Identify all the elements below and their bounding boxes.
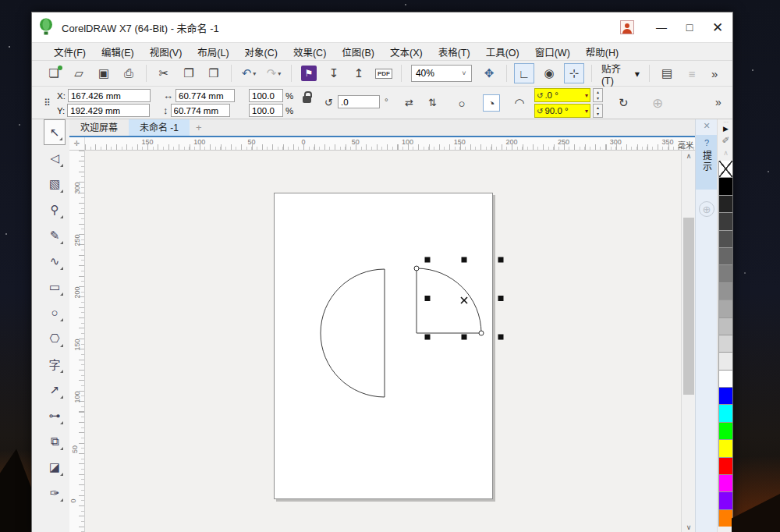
semicircle-shape[interactable] bbox=[321, 269, 385, 397]
color-swatch[interactable] bbox=[718, 282, 732, 300]
ellipse-tool[interactable]: ○ bbox=[44, 300, 66, 325]
account-icon[interactable] bbox=[620, 20, 634, 34]
transparency-tool[interactable]: ◪ bbox=[44, 454, 66, 480]
connector-tool[interactable]: ⊶ bbox=[44, 403, 66, 428]
lock-ratio-icon[interactable] bbox=[303, 90, 311, 103]
new-document-icon[interactable]: ❏ bbox=[44, 63, 64, 83]
toolbar-overflow-button[interactable]: » bbox=[704, 63, 725, 83]
color-swatch[interactable] bbox=[718, 474, 732, 492]
polygon-tool[interactable]: ⎔ bbox=[44, 325, 66, 351]
color-swatch[interactable] bbox=[718, 439, 732, 457]
rotation-angle-field[interactable] bbox=[338, 95, 380, 108]
rectangle-tool[interactable]: ▭ bbox=[44, 274, 66, 300]
color-swatch[interactable] bbox=[718, 195, 732, 213]
application-launcher-icon[interactable]: ≡ bbox=[682, 63, 702, 83]
menu-item[interactable]: 编辑(E) bbox=[94, 42, 142, 62]
color-swatch[interactable] bbox=[718, 300, 732, 317]
scroll-up-icon[interactable]: ∧ bbox=[682, 151, 696, 161]
color-eyedropper-tool[interactable]: ✑ bbox=[44, 480, 66, 505]
menu-item[interactable]: 文件(F) bbox=[46, 42, 94, 62]
undo-button[interactable]: ↶▾ bbox=[239, 63, 259, 83]
text-tool[interactable]: 字 bbox=[44, 351, 66, 377]
zoom-combo-caret-icon[interactable]: ˅ bbox=[457, 69, 471, 77]
ellipse-mode-button[interactable]: ○ bbox=[453, 94, 470, 112]
color-swatch[interactable] bbox=[718, 370, 732, 388]
redo-button[interactable]: ↷▾ bbox=[264, 63, 284, 83]
color-swatch[interactable] bbox=[718, 387, 732, 405]
dimension-tool[interactable]: ↗ bbox=[44, 377, 66, 403]
color-swatch[interactable] bbox=[718, 230, 732, 248]
pie-start-angle-field[interactable]: ↺ .0 ° ▾ bbox=[534, 88, 590, 102]
color-swatch[interactable] bbox=[718, 352, 732, 370]
options-icon[interactable]: ▤ bbox=[657, 63, 677, 83]
import-icon[interactable]: ↧ bbox=[324, 63, 344, 83]
zoom-tool[interactable]: ⚲ bbox=[44, 197, 66, 222]
tab-welcome-screen[interactable]: 欢迎屏幕 bbox=[69, 119, 129, 136]
show-grid-icon[interactable]: ◉ bbox=[539, 63, 559, 83]
x-position-field[interactable] bbox=[68, 89, 151, 102]
palette-flyout-icon[interactable]: ▶ bbox=[723, 125, 729, 135]
add-property-icon[interactable]: ⊕ bbox=[652, 95, 663, 112]
menu-item[interactable]: 布局(L) bbox=[190, 42, 236, 62]
mirror-horizontal-icon[interactable]: ⇄ bbox=[405, 97, 413, 108]
menu-item[interactable]: 对象(C) bbox=[237, 42, 285, 62]
menu-item[interactable]: 工具(O) bbox=[478, 42, 527, 62]
menu-item[interactable]: 位图(B) bbox=[334, 42, 382, 62]
maximize-button[interactable]: □ bbox=[678, 16, 701, 39]
ruler-origin[interactable]: ✛ bbox=[69, 137, 85, 151]
redo-dropdown-icon[interactable]: ▾ bbox=[278, 70, 281, 77]
color-swatch[interactable] bbox=[718, 422, 732, 440]
pick-tool[interactable]: ↖ bbox=[44, 119, 66, 145]
close-button[interactable]: ✕ bbox=[706, 16, 729, 39]
tab-untitled-document[interactable]: 未命名 -1 bbox=[129, 119, 190, 136]
drop-shadow-tool[interactable]: ⧉ bbox=[44, 428, 66, 454]
color-swatch[interactable] bbox=[718, 212, 732, 230]
hints-docker-tab[interactable]: ? 提示 bbox=[696, 135, 718, 190]
pie-start-node[interactable] bbox=[414, 266, 419, 271]
object-height-field[interactable] bbox=[171, 104, 230, 117]
artistic-media-tool[interactable]: ∿ bbox=[44, 248, 66, 274]
scale-h-field[interactable] bbox=[249, 89, 283, 102]
save-icon[interactable]: ▣ bbox=[94, 63, 114, 83]
show-guidelines-icon[interactable]: ⊹ bbox=[564, 63, 584, 83]
menu-item[interactable]: 文本(X) bbox=[382, 42, 431, 62]
color-swatch[interactable] bbox=[718, 177, 732, 195]
mirror-vertical-icon[interactable]: ⇅ bbox=[428, 97, 437, 108]
menu-item[interactable]: 帮助(H) bbox=[578, 42, 626, 62]
palette-scroll-up-icon[interactable]: ∧ bbox=[723, 149, 729, 161]
color-swatch[interactable] bbox=[718, 404, 732, 422]
paste-icon[interactable]: ❒ bbox=[204, 63, 224, 83]
zoom-level-combo[interactable]: ˅ bbox=[411, 65, 472, 82]
pie-end-spinner[interactable]: ▴▾ bbox=[593, 104, 603, 118]
publish-pdf-icon[interactable]: PDF bbox=[374, 63, 394, 83]
pie-mode-button[interactable]: ◔ bbox=[483, 94, 500, 112]
horizontal-ruler[interactable]: 毫米 15010050050100150200250300350 bbox=[85, 137, 695, 151]
color-swatch[interactable] bbox=[718, 264, 732, 282]
menu-item[interactable]: 视图(V) bbox=[142, 42, 190, 62]
shape-tool[interactable]: ◁ bbox=[44, 145, 66, 171]
color-swatch[interactable] bbox=[718, 335, 732, 353]
propbar-overflow-button[interactable]: » bbox=[715, 96, 722, 108]
search-content-icon[interactable]: ⚑ bbox=[299, 63, 319, 83]
palette-drag-handle[interactable]: ⋯ bbox=[723, 119, 729, 125]
menu-item[interactable]: 窗口(W) bbox=[527, 42, 578, 62]
export-icon[interactable]: ↥ bbox=[349, 63, 369, 83]
pie-start-spinner[interactable]: ▴▾ bbox=[593, 88, 603, 102]
scale-v-field[interactable] bbox=[249, 104, 283, 117]
show-rulers-icon[interactable]: ∟ bbox=[514, 63, 534, 83]
vertical-scrollbar[interactable]: ∧ ∨ bbox=[681, 151, 695, 532]
cut-icon[interactable]: ✂ bbox=[154, 63, 174, 83]
pie-end-node[interactable] bbox=[479, 331, 484, 335]
vertical-ruler[interactable]: 300250200150100500 bbox=[69, 151, 85, 532]
menu-item[interactable]: 表格(T) bbox=[431, 42, 478, 62]
pie-end-angle-field[interactable]: ↺ 90.0 ° ▾ bbox=[534, 104, 590, 118]
copy-icon[interactable]: ❐ bbox=[179, 63, 199, 83]
palette-eyedropper-icon[interactable]: ✐ bbox=[722, 135, 729, 149]
color-swatch[interactable] bbox=[718, 457, 732, 475]
color-swatch[interactable] bbox=[718, 247, 732, 265]
print-icon[interactable]: ⎙ bbox=[119, 63, 139, 83]
object-width-field[interactable] bbox=[176, 89, 235, 102]
minimize-button[interactable]: — bbox=[650, 16, 673, 39]
change-direction-icon[interactable]: ↻ bbox=[619, 96, 629, 110]
freehand-tool[interactable]: ✎ bbox=[44, 222, 66, 248]
